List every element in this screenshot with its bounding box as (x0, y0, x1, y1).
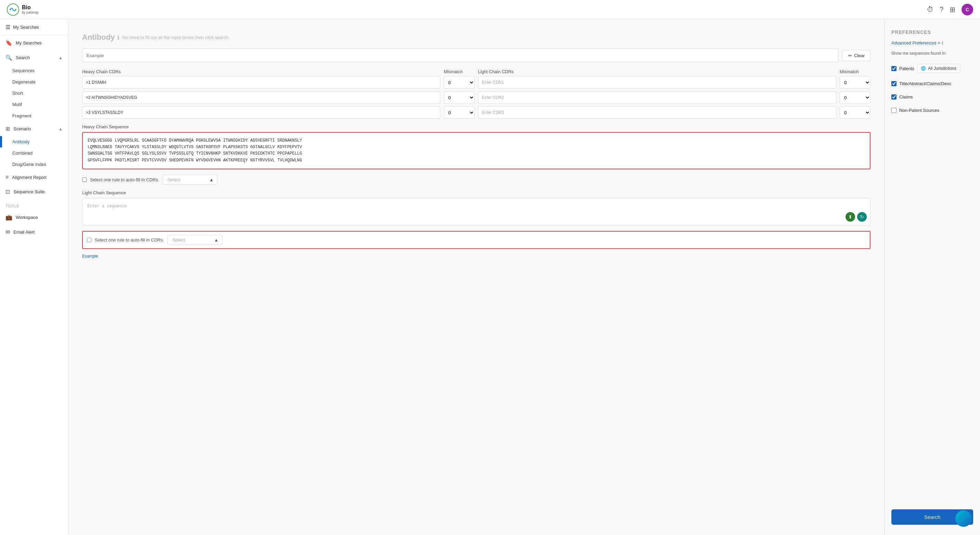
sidebar-item-scenario[interactable]: ⊞ Scenario ▲ (0, 121, 68, 136)
clear-label: Clear (854, 53, 865, 58)
svg-point-2 (15, 9, 16, 10)
heavy-cdr1-input[interactable] (82, 76, 441, 89)
header-right: ⏱ ? ⊞ C (927, 4, 973, 15)
cdr-row-3: 012 012 (82, 106, 870, 119)
tools-section-label: Tools (0, 199, 68, 210)
sidebar-item-scenario-label: Scenario (13, 126, 31, 131)
heavy-autofill-row: Select one rule to auto-fill in CDRs. -S… (82, 175, 870, 185)
light-autofill-label: Select one rule to auto-fill in CDRs. (95, 237, 164, 243)
title-abstract-label: Title/Abstract/Claims/Desc (899, 81, 951, 86)
timer-icon[interactable]: ⏱ (927, 5, 934, 13)
sidebar-item-search[interactable]: 🔍 Search ▲ (0, 50, 68, 65)
show-me-label: Show me sequences found in: (891, 51, 973, 56)
heavy-autofill-select[interactable]: -Select ▲ (162, 175, 217, 185)
bookmark-icon: 🔖 (5, 40, 12, 46)
cdr-row-2: 012 012 (82, 91, 870, 104)
light-mismatch-1-select[interactable]: 012 (840, 76, 870, 89)
cdr-headers: Heavy Chain CDRs Mismatch Light Chain CD… (82, 69, 870, 74)
claims-checkbox[interactable] (891, 94, 897, 100)
logo-bio: Bio (22, 5, 39, 11)
light-mismatch-3-select[interactable]: 012 (840, 106, 870, 119)
sidebar: ☰ My Searches 🔖 My Searches 🔍 Search ▲ S… (0, 19, 68, 535)
light-mismatch-2-select[interactable]: 012 (840, 91, 870, 104)
cdr-row-1: 012 012 (82, 76, 870, 89)
avatar[interactable]: C (961, 4, 973, 15)
sidebar-item-sequences[interactable]: Sequences (0, 65, 68, 76)
heavy-cdrs-label: Heavy Chain CDRs (82, 69, 441, 74)
light-cdr3-input[interactable] (478, 106, 836, 119)
search-input-row: ✏ Clear (82, 49, 870, 62)
light-autofill-checkbox[interactable] (87, 238, 91, 242)
sequence-upload-icon[interactable]: ⬆ (846, 212, 855, 222)
scenario-icon: ⊞ (5, 125, 10, 132)
info-icon[interactable]: ℹ (118, 34, 119, 41)
sidebar-item-sequence-suite[interactable]: ⊡ Sequence Suite (0, 184, 68, 199)
sidebar-item-combined[interactable]: Combined (0, 148, 68, 159)
light-autofill-select[interactable]: -Select ▲ (167, 235, 222, 245)
sidebar-item-alignment[interactable]: ≡ Alignment Report (0, 170, 68, 184)
heavy-chain-section: Heavy Chain Sequence EVQLVESGGG LVQPGRSL… (82, 124, 870, 169)
heavy-mismatch-3-select[interactable]: 012 (444, 106, 475, 119)
apps-icon[interactable]: ⊞ (950, 5, 955, 14)
heavy-mismatch-1-select[interactable]: 012 (444, 76, 475, 89)
mismatch-label-2: Mismatch (840, 69, 870, 74)
chat-button[interactable] (955, 510, 972, 527)
sidebar-item-workspace[interactable]: 💼 Workspace (0, 210, 68, 225)
light-chain-sequence-box[interactable]: Enter a sequence ⬆ ↻ (82, 198, 870, 225)
sidebar-item-motif[interactable]: Motif (0, 99, 68, 110)
chevron-up-icon-select: ▲ (209, 177, 213, 182)
svg-point-1 (10, 9, 11, 10)
advanced-link-text: Advanced Preferences > (891, 40, 940, 46)
logo-text: Bio by patsnap (22, 5, 39, 14)
sidebar-item-degenerate[interactable]: Degenerate (0, 76, 68, 87)
non-patent-row: Non-Patent Sources (891, 108, 973, 113)
jurisdiction-badge[interactable]: 🌐 All Jurisdictions (917, 64, 960, 73)
page-title-row: Antibody ℹ No need to fill out all the i… (82, 33, 870, 42)
light-autofill-placeholder: -Select (171, 237, 185, 243)
light-chain-seq-label: Light Chain Sequence (82, 190, 870, 195)
sidebar-item-workspace-label: Workspace (16, 215, 38, 220)
title-abstract-checkbox[interactable] (891, 81, 897, 86)
light-cdrs-label: Light Chain CDRs (478, 69, 836, 74)
sidebar-item-email-alert[interactable]: ✉ Email Alert (0, 225, 68, 240)
patents-checkbox[interactable] (891, 66, 897, 71)
alignment-icon: ≡ (5, 174, 8, 180)
sidebar-item-antibody[interactable]: Antibody (0, 136, 68, 148)
advanced-preferences-link[interactable]: Advanced Preferences > ℹ (891, 40, 973, 46)
heavy-chain-sequence-box[interactable]: EVQLVESGGG LVQPGRSLRL SCAASGFTFD DYAMHWV… (82, 132, 870, 169)
sidebar-item-drug-gene[interactable]: Drug/Gene Index (0, 159, 68, 170)
patents-row: Patents 🌐 All Jurisdictions (891, 64, 973, 73)
sidebar-item-short[interactable]: Short (0, 87, 68, 99)
light-cdr2-input[interactable] (478, 91, 836, 104)
collapse-label: My Searches (13, 25, 39, 30)
heavy-mismatch-2-select[interactable]: 012 (444, 91, 475, 104)
sidebar-item-email-label: Email Alert (13, 230, 35, 235)
menu-icon: ☰ (5, 24, 10, 30)
help-icon[interactable]: ? (940, 5, 943, 13)
heavy-autofill-checkbox[interactable] (82, 178, 87, 182)
preferences-title: PREFERENCES (891, 29, 973, 35)
light-chain-section: Light Chain Sequence Enter a sequence ⬆ … (82, 190, 870, 225)
search-icon: 🔍 (5, 54, 12, 61)
heavy-cdr2-input[interactable] (82, 91, 441, 104)
heavy-cdr3-input[interactable] (82, 106, 441, 119)
content-area: Antibody ℹ No need to fill out all the i… (68, 19, 980, 535)
sequence-refresh-icon[interactable]: ↻ (857, 212, 867, 222)
main-search-input[interactable] (82, 49, 838, 62)
main-panel: Antibody ℹ No need to fill out all the i… (68, 19, 884, 535)
sidebar-item-suite-label: Sequence Suite (13, 189, 45, 194)
heavy-autofill-placeholder: -Select (166, 177, 180, 182)
claims-label: Claims (899, 94, 913, 100)
claims-row: Claims (891, 94, 973, 100)
top-header: Bio by patsnap ⏱ ? ⊞ C (0, 0, 980, 19)
clear-button[interactable]: ✏ Clear (842, 50, 870, 61)
info-icon-pref: ℹ (942, 40, 943, 46)
non-patent-checkbox[interactable] (891, 108, 897, 113)
example-link[interactable]: Example (82, 254, 98, 259)
light-cdr1-input[interactable] (478, 76, 836, 89)
collapse-sidebar-button[interactable]: ☰ My Searches (0, 19, 68, 36)
sidebar-item-my-searches[interactable]: 🔖 My Searches (0, 36, 68, 50)
jurisdiction-label: All Jurisdictions (928, 66, 956, 71)
eraser-icon: ✏ (848, 53, 852, 58)
sidebar-item-fragment[interactable]: Fragment (0, 110, 68, 121)
